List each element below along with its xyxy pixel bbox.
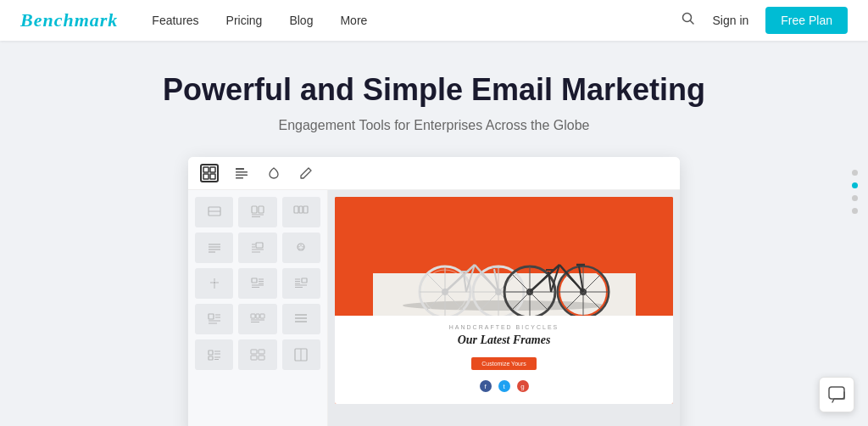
template-block[interactable] xyxy=(282,339,320,370)
nav-blog[interactable]: Blog xyxy=(289,14,313,27)
page-dot-4[interactable] xyxy=(852,208,858,214)
editor-toolbar xyxy=(188,157,680,190)
navbar: Benchmark Features Pricing Blog More Sig… xyxy=(0,0,868,41)
editor-preview: HANDCRAFTED BICYCLES Our Latest Frames C… xyxy=(0,157,868,426)
email-card: HANDCRAFTED BICYCLES Our Latest Frames C… xyxy=(335,197,673,404)
template-block[interactable] xyxy=(195,197,233,227)
svg-rect-17 xyxy=(299,206,303,213)
svg-rect-67 xyxy=(259,350,264,354)
page-dot-1[interactable] xyxy=(852,170,858,176)
template-panel xyxy=(188,190,328,426)
template-block[interactable] xyxy=(282,233,320,263)
svg-rect-60 xyxy=(209,350,213,355)
toolbar-grid-icon[interactable] xyxy=(200,164,219,182)
template-block[interactable] xyxy=(195,268,233,299)
svg-line-1 xyxy=(691,21,694,25)
template-block[interactable] xyxy=(238,339,276,370)
page-dot-3[interactable] xyxy=(852,195,858,201)
page-dot-2[interactable] xyxy=(852,182,858,188)
free-plan-button[interactable]: Free Plan xyxy=(765,7,848,34)
template-block[interactable] xyxy=(195,304,233,334)
toolbar-pencil-icon[interactable] xyxy=(297,164,315,182)
svg-rect-16 xyxy=(294,206,298,213)
email-preview-panel: HANDCRAFTED BICYCLES Our Latest Frames C… xyxy=(328,190,680,426)
svg-rect-7 xyxy=(236,171,248,173)
svg-rect-2 xyxy=(203,167,209,172)
svg-rect-8 xyxy=(236,175,248,177)
svg-rect-6 xyxy=(236,168,244,170)
svg-rect-47 xyxy=(209,314,214,319)
email-social-icons: f t g xyxy=(345,377,663,395)
googleplus-icon: g xyxy=(517,380,529,392)
navbar-right: Sign in Free Plan xyxy=(682,7,848,34)
toolbar-paint-icon[interactable] xyxy=(264,164,283,182)
template-block[interactable] xyxy=(282,304,320,334)
svg-rect-68 xyxy=(251,356,257,360)
brand-logo[interactable]: Benchmark xyxy=(20,9,118,31)
email-card-tag: HANDCRAFTED BICYCLES xyxy=(345,324,663,330)
svg-rect-12 xyxy=(252,206,257,213)
svg-rect-61 xyxy=(209,356,213,360)
svg-rect-115 xyxy=(829,387,844,399)
email-card-title: Our Latest Frames xyxy=(345,334,663,347)
template-block[interactable] xyxy=(238,197,276,227)
svg-point-30 xyxy=(213,282,215,284)
editor-window: HANDCRAFTED BICYCLES Our Latest Frames C… xyxy=(188,157,680,426)
template-block[interactable] xyxy=(282,197,320,227)
svg-rect-41 xyxy=(302,278,307,283)
bike-image xyxy=(335,197,673,316)
signin-button[interactable]: Sign in xyxy=(712,14,748,27)
editor-body: HANDCRAFTED BICYCLES Our Latest Frames C… xyxy=(188,190,680,426)
svg-rect-66 xyxy=(251,350,257,354)
nav-features[interactable]: Features xyxy=(152,14,198,27)
email-card-body: HANDCRAFTED BICYCLES Our Latest Frames C… xyxy=(335,316,673,404)
svg-point-74 xyxy=(403,300,606,311)
hero-section: Powerful and Simple Email Marketing Enga… xyxy=(0,41,868,426)
twitter-icon: t xyxy=(498,380,510,392)
svg-rect-4 xyxy=(203,174,209,179)
svg-rect-3 xyxy=(210,167,215,172)
template-block[interactable] xyxy=(238,268,276,299)
template-block[interactable] xyxy=(238,233,276,263)
template-block[interactable] xyxy=(195,339,233,370)
facebook-icon: f xyxy=(480,380,492,392)
svg-rect-53 xyxy=(256,314,259,318)
svg-rect-69 xyxy=(259,356,264,360)
svg-rect-23 xyxy=(256,243,263,248)
svg-rect-18 xyxy=(303,206,308,213)
template-block[interactable] xyxy=(238,304,276,334)
nav-pricing[interactable]: Pricing xyxy=(226,14,263,27)
svg-rect-13 xyxy=(259,206,264,213)
svg-rect-54 xyxy=(260,314,264,318)
template-block[interactable] xyxy=(282,268,320,299)
template-block[interactable] xyxy=(195,233,233,263)
nav-links: Features Pricing Blog More xyxy=(152,14,682,27)
page-dots xyxy=(852,170,858,214)
search-icon[interactable] xyxy=(682,12,695,29)
email-cta-button[interactable]: Customize Yours xyxy=(471,357,537,370)
svg-rect-5 xyxy=(210,174,215,179)
svg-rect-52 xyxy=(251,314,255,318)
svg-rect-35 xyxy=(252,278,257,283)
nav-more[interactable]: More xyxy=(340,14,367,27)
svg-rect-9 xyxy=(236,177,243,179)
chat-button[interactable] xyxy=(819,377,854,412)
hero-subtitle: Engagement Tools for Enterprises Across … xyxy=(0,118,868,133)
hero-title: Powerful and Simple Email Marketing xyxy=(0,71,868,108)
toolbar-edit-icon[interactable] xyxy=(232,164,251,182)
